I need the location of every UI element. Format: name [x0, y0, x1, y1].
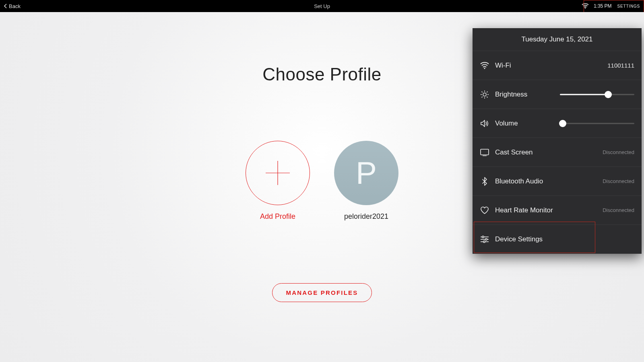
- svg-marker-13: [481, 120, 485, 127]
- add-profile-button[interactable]: Add Profile: [246, 141, 310, 221]
- main-content: Choose Profile Add Profile P pelorider20…: [0, 12, 644, 362]
- svg-point-0: [585, 8, 586, 9]
- heart-icon: [480, 206, 489, 215]
- settings-row-brightness[interactable]: Brightness: [473, 80, 642, 109]
- profile-list: Add Profile P pelorider2021: [246, 141, 398, 221]
- add-profile-label: Add Profile: [260, 212, 295, 221]
- profile-avatar: P: [334, 141, 398, 205]
- hrm-status: Disconnected: [603, 207, 634, 213]
- volume-icon: [480, 119, 489, 128]
- wifi-icon: [480, 61, 489, 70]
- wifi-value: 11001111: [607, 62, 634, 69]
- bluetooth-icon: [480, 177, 489, 186]
- cast-status: Disconnected: [603, 149, 634, 155]
- page-title: Set Up: [314, 3, 330, 9]
- back-label: Back: [9, 3, 21, 9]
- panel-date: Tuesday June 15, 2021: [473, 28, 642, 51]
- svg-point-19: [485, 238, 487, 240]
- back-button[interactable]: Back: [0, 3, 21, 9]
- volume-slider[interactable]: [560, 119, 634, 128]
- svg-point-3: [484, 68, 485, 69]
- settings-row-cast[interactable]: Cast Screen Disconnected: [473, 138, 642, 167]
- hrm-label: Heart Rate Monitor: [495, 206, 553, 214]
- settings-panel: Tuesday June 15, 2021 Wi-Fi 11001111: [473, 28, 642, 254]
- settings-row-wifi[interactable]: Wi-Fi 11001111: [473, 51, 642, 80]
- manage-profiles-button[interactable]: MANAGE PROFILES: [272, 283, 372, 302]
- settings-row-hrm[interactable]: Heart Rate Monitor Disconnected: [473, 196, 642, 225]
- wifi-status-icon: [582, 3, 589, 9]
- volume-label: Volume: [495, 119, 518, 128]
- profile-item[interactable]: P pelorider2021: [334, 141, 398, 221]
- svg-rect-14: [481, 149, 489, 155]
- svg-line-11: [487, 91, 487, 92]
- svg-point-4: [483, 93, 486, 96]
- svg-line-12: [482, 97, 483, 97]
- settings-row-volume[interactable]: Volume: [473, 109, 642, 138]
- settings-row-bluetooth[interactable]: Bluetooth Audio Disconnected: [473, 167, 642, 196]
- plus-icon: [246, 141, 310, 205]
- chevron-left-icon: [4, 4, 7, 8]
- cast-icon: [480, 148, 489, 157]
- svg-point-17: [482, 236, 484, 237]
- brightness-icon: [480, 90, 489, 99]
- clock: 1:35 PM: [594, 3, 612, 9]
- wifi-label: Wi-Fi: [495, 62, 511, 70]
- top-status-bar: Back Set Up 1:35 PM SETTINGS: [0, 0, 644, 12]
- brightness-label: Brightness: [495, 90, 527, 99]
- svg-point-21: [483, 241, 485, 242]
- brightness-slider[interactable]: [560, 90, 634, 99]
- choose-profile-heading: Choose Profile: [262, 64, 382, 84]
- svg-line-10: [487, 97, 487, 97]
- settings-button[interactable]: SETTINGS: [617, 4, 641, 8]
- bluetooth-label: Bluetooth Audio: [495, 177, 543, 185]
- svg-line-9: [482, 91, 483, 92]
- profile-name: pelorider2021: [344, 212, 388, 221]
- sliders-icon: [480, 234, 489, 244]
- profile-avatar-initial: P: [356, 155, 377, 191]
- settings-row-device[interactable]: Device Settings: [473, 225, 642, 254]
- bluetooth-status: Disconnected: [603, 178, 634, 184]
- device-label: Device Settings: [495, 235, 543, 243]
- cast-label: Cast Screen: [495, 148, 533, 156]
